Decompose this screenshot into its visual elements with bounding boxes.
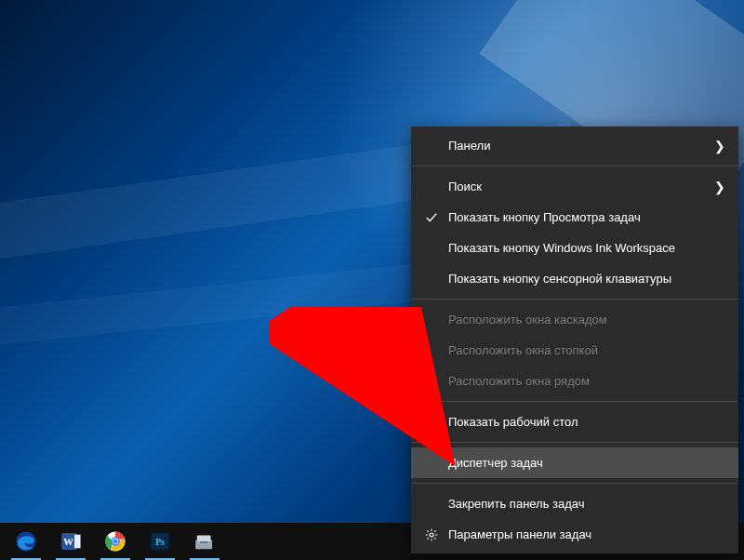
gear-icon: [420, 528, 443, 541]
menu-item-show-touchkb[interactable]: Показать кнопку сенсорной клавиатуры: [411, 263, 738, 294]
menu-separator: [412, 401, 737, 402]
svg-line-5: [427, 530, 428, 531]
menu-item-lock-taskbar[interactable]: Закрепить панель задач: [411, 488, 738, 519]
menu-separator: [412, 483, 737, 484]
menu-item-show-desktop[interactable]: Показать рабочий стол: [411, 407, 738, 437]
menu-separator: [412, 166, 737, 167]
svg-text:W: W: [63, 537, 73, 547]
menu-item-show-ink[interactable]: Показать кнопку Windows Ink Workspace: [411, 233, 738, 263]
menu-label: Закрепить панель задач: [448, 497, 725, 511]
svg-rect-11: [74, 535, 81, 549]
menu-item-search[interactable]: Поиск ❯: [411, 171, 738, 202]
taskbar-context-menu: Панели ❯ Поиск ❯ Показать кнопку Просмот…: [411, 127, 738, 553]
taskbar-app-photoshop[interactable]: Ps: [138, 523, 182, 560]
menu-label: Показать рабочий стол: [448, 415, 725, 429]
svg-point-16: [113, 539, 117, 543]
menu-label: Расположить окна стопкой: [448, 343, 725, 357]
taskbar-app-edge[interactable]: [4, 523, 48, 560]
menu-item-sidebyside: Расположить окна рядом: [411, 366, 738, 396]
menu-item-taskbar-settings[interactable]: Параметры панели задач: [411, 519, 738, 550]
menu-label: Показать кнопку Просмотра задач: [448, 210, 725, 224]
menu-item-task-manager[interactable]: Диспетчер задач: [411, 447, 738, 478]
svg-rect-21: [197, 536, 211, 542]
menu-label: Показать кнопку Windows Ink Workspace: [448, 241, 725, 255]
chevron-right-icon: ❯: [714, 139, 725, 153]
taskbar-app-chrome[interactable]: [93, 523, 138, 560]
menu-label: Показать кнопку сенсорной клавиатуры: [448, 272, 725, 286]
taskbar-app-explorer[interactable]: [182, 523, 227, 560]
svg-point-0: [430, 532, 433, 536]
menu-separator: [412, 442, 737, 443]
taskbar-app-word[interactable]: W: [48, 523, 93, 560]
check-icon: [420, 211, 443, 224]
svg-rect-22: [200, 541, 207, 543]
menu-label: Параметры панели задач: [448, 527, 725, 541]
menu-label: Диспетчер задач: [448, 456, 725, 470]
menu-item-stack: Расположить окна стопкой: [411, 335, 738, 366]
menu-label: Панели: [448, 139, 714, 153]
desktop[interactable]: Панели ❯ Поиск ❯ Показать кнопку Просмот…: [0, 0, 744, 560]
menu-label: Расположить окна каскадом: [448, 313, 725, 327]
svg-text:Ps: Ps: [155, 537, 165, 547]
menu-separator: [412, 299, 737, 300]
svg-line-7: [427, 538, 428, 539]
menu-item-cascade: Расположить окна каскадом: [411, 304, 738, 335]
chevron-right-icon: ❯: [714, 180, 725, 194]
menu-item-show-taskview[interactable]: Показать кнопку Просмотра задач: [411, 202, 738, 233]
menu-label: Расположить окна рядом: [448, 374, 725, 388]
menu-item-panels[interactable]: Панели ❯: [411, 130, 738, 161]
menu-label: Поиск: [448, 180, 714, 193]
svg-line-8: [434, 530, 435, 531]
svg-line-6: [434, 538, 435, 539]
